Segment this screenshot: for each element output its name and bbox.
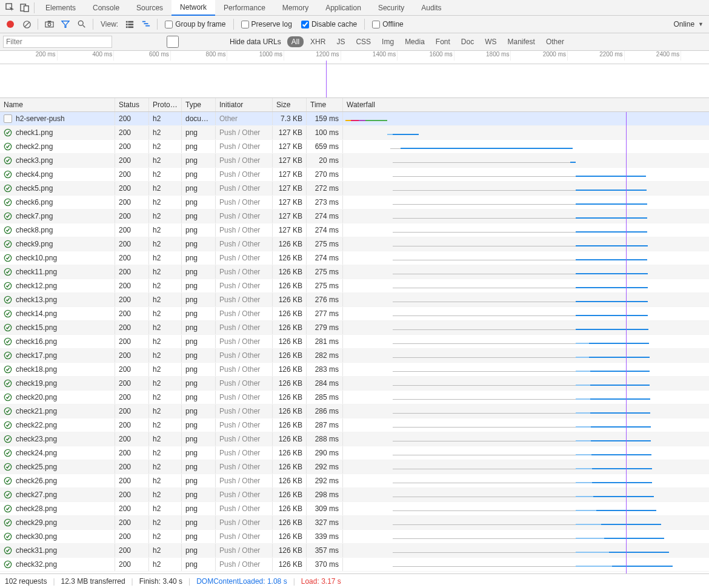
- col-type[interactable]: Type: [182, 98, 216, 111]
- request-status: 200: [115, 516, 149, 529]
- table-row[interactable]: check10.png200h2pngPush / Other126 KB274…: [0, 251, 709, 265]
- svg-rect-13: [126, 24, 128, 25]
- tab-console[interactable]: Console: [84, 0, 128, 16]
- table-row[interactable]: h2-server-push200h2docu…Other7.3 KB159 m…: [0, 112, 709, 126]
- table-row[interactable]: check7.png200h2pngPush / Other127 KB274 …: [0, 210, 709, 223]
- table-row[interactable]: check15.png200h2pngPush / Other126 KB279…: [0, 321, 709, 335]
- table-row[interactable]: check3.png200h2pngPush / Other127 KB20 m…: [0, 154, 709, 168]
- timeline-tick: 2400 ms: [656, 51, 681, 58]
- table-header[interactable]: Name Status Proto… Type Initiator Size T…: [0, 98, 709, 112]
- col-protocol[interactable]: Proto…: [149, 98, 182, 111]
- group-by-frame-checkbox[interactable]: Group by frame: [165, 20, 225, 28]
- waterfall-view-icon[interactable]: [139, 17, 153, 31]
- tab-audits[interactable]: Audits: [413, 0, 450, 16]
- tab-elements[interactable]: Elements: [37, 0, 84, 16]
- offline-checkbox[interactable]: Offline: [372, 20, 403, 28]
- filter-type-js[interactable]: JS: [332, 36, 349, 47]
- request-time: 339 ms: [307, 530, 343, 543]
- table-row[interactable]: check23.png200h2pngPush / Other126 KB288…: [0, 432, 709, 446]
- capture-screenshots-icon[interactable]: [42, 17, 56, 31]
- filter-type-other[interactable]: Other: [542, 36, 568, 47]
- table-row[interactable]: check22.png200h2pngPush / Other126 KB287…: [0, 418, 709, 432]
- filter-type-css[interactable]: CSS: [351, 36, 375, 47]
- table-row[interactable]: check8.png200h2pngPush / Other127 KB274 …: [0, 223, 709, 237]
- table-row[interactable]: check30.png200h2pngPush / Other126 KB339…: [0, 530, 709, 544]
- table-row[interactable]: check16.png200h2pngPush / Other126 KB281…: [0, 335, 709, 349]
- table-row[interactable]: check12.png200h2pngPush / Other126 KB275…: [0, 279, 709, 293]
- tab-sources[interactable]: Sources: [128, 0, 171, 16]
- filter-type-font[interactable]: Font: [431, 36, 454, 47]
- table-row[interactable]: check20.png200h2pngPush / Other126 KB285…: [0, 391, 709, 405]
- disable-cache-checkbox[interactable]: Disable cache: [301, 20, 357, 28]
- tab-application[interactable]: Application: [317, 0, 370, 16]
- table-row[interactable]: check13.png200h2pngPush / Other126 KB276…: [0, 293, 709, 307]
- col-name[interactable]: Name: [0, 98, 115, 111]
- table-row[interactable]: check11.png200h2pngPush / Other126 KB275…: [0, 265, 709, 279]
- table-row[interactable]: check28.png200h2pngPush / Other126 KB309…: [0, 502, 709, 516]
- image-ok-icon: [4, 156, 12, 165]
- table-row[interactable]: check25.png200h2pngPush / Other126 KB292…: [0, 460, 709, 474]
- hide-data-urls-checkbox[interactable]: Hide data URLs: [118, 36, 281, 48]
- filter-type-manifest[interactable]: Manifest: [504, 36, 539, 47]
- record-button[interactable]: [3, 17, 18, 31]
- table-row[interactable]: check24.png200h2pngPush / Other126 KB290…: [0, 446, 709, 460]
- filter-icon[interactable]: [58, 17, 73, 31]
- table-row[interactable]: check6.png200h2pngPush / Other127 KB273 …: [0, 196, 709, 210]
- request-status: 200: [115, 279, 149, 292]
- request-protocol: h2: [149, 251, 182, 265]
- col-time[interactable]: Time: [307, 98, 343, 111]
- col-initiator[interactable]: Initiator: [216, 98, 273, 111]
- filter-type-img[interactable]: Img: [378, 36, 398, 47]
- inspect-icon[interactable]: [2, 1, 17, 15]
- request-type: png: [182, 502, 216, 515]
- table-row[interactable]: check5.png200h2pngPush / Other127 KB272 …: [0, 182, 709, 196]
- filter-type-doc[interactable]: Doc: [457, 36, 478, 47]
- tab-network[interactable]: Network: [171, 0, 215, 16]
- table-row[interactable]: check2.png200h2pngPush / Other127 KB659 …: [0, 140, 709, 154]
- filter-input[interactable]: [3, 36, 112, 48]
- table-row[interactable]: check17.png200h2pngPush / Other126 KB282…: [0, 349, 709, 363]
- table-row[interactable]: check32.png200h2pngPush / Other126 KB370…: [0, 558, 709, 572]
- col-status[interactable]: Status: [115, 98, 149, 111]
- request-protocol: h2: [149, 307, 182, 320]
- tab-security[interactable]: Security: [370, 0, 413, 16]
- table-row[interactable]: check9.png200h2pngPush / Other126 KB275 …: [0, 237, 709, 251]
- table-row[interactable]: check21.png200h2pngPush / Other126 KB286…: [0, 405, 709, 418]
- request-size: 7.3 KB: [273, 112, 307, 125]
- request-size: 126 KB: [273, 307, 307, 320]
- filter-type-media[interactable]: Media: [401, 36, 429, 47]
- request-status: 200: [115, 446, 149, 460]
- tab-performance[interactable]: Performance: [215, 0, 274, 16]
- large-rows-icon[interactable]: [122, 17, 137, 31]
- filter-type-ws[interactable]: WS: [481, 36, 501, 47]
- request-time: 283 ms: [307, 363, 343, 376]
- tab-memory[interactable]: Memory: [274, 0, 317, 16]
- table-row[interactable]: check18.png200h2pngPush / Other126 KB283…: [0, 363, 709, 377]
- table-row[interactable]: check29.png200h2pngPush / Other126 KB327…: [0, 516, 709, 530]
- clear-button[interactable]: [19, 17, 34, 31]
- filter-type-xhr[interactable]: XHR: [306, 36, 330, 47]
- svg-rect-8: [47, 21, 51, 22]
- table-row[interactable]: check19.png200h2pngPush / Other126 KB284…: [0, 377, 709, 391]
- col-waterfall[interactable]: Waterfall: [343, 98, 709, 111]
- filter-type-all[interactable]: All: [287, 36, 304, 47]
- table-row[interactable]: check4.png200h2pngPush / Other127 KB270 …: [0, 168, 709, 182]
- table-row[interactable]: check27.png200h2pngPush / Other126 KB298…: [0, 488, 709, 502]
- timeline-overview[interactable]: 200 ms400 ms600 ms800 ms1000 ms1200 ms14…: [0, 51, 709, 98]
- device-toolbar-icon[interactable]: [17, 1, 32, 15]
- table-row[interactable]: check1.png200h2pngPush / Other127 KB100 …: [0, 126, 709, 140]
- table-row[interactable]: check26.png200h2pngPush / Other126 KB292…: [0, 474, 709, 488]
- timeline-tick: 400 ms: [92, 51, 113, 58]
- request-type: png: [182, 405, 216, 418]
- request-status: 200: [115, 251, 149, 265]
- search-icon[interactable]: [75, 17, 89, 31]
- svg-rect-19: [145, 25, 150, 27]
- request-status: 200: [115, 196, 149, 209]
- request-size: 126 KB: [273, 488, 307, 501]
- col-size[interactable]: Size: [273, 98, 307, 111]
- request-status: 200: [115, 265, 149, 279]
- table-row[interactable]: check31.png200h2pngPush / Other126 KB357…: [0, 544, 709, 558]
- table-row[interactable]: check14.png200h2pngPush / Other126 KB277…: [0, 307, 709, 321]
- preserve-log-checkbox[interactable]: Preserve log: [241, 20, 292, 28]
- throttling-dropdown[interactable]: Online▼: [673, 20, 704, 28]
